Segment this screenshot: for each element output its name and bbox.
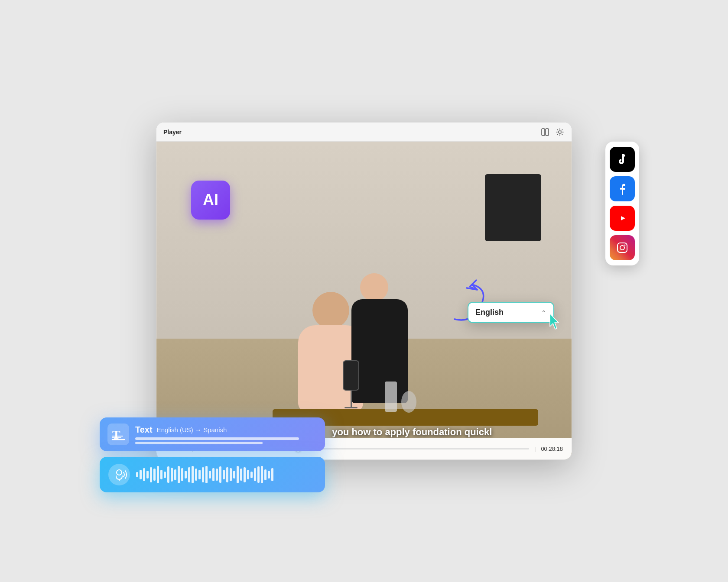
layout-icon[interactable] xyxy=(540,127,550,137)
wave-bar xyxy=(212,468,214,481)
voice-icon xyxy=(108,464,130,485)
wave-bar xyxy=(261,466,263,483)
time-total: 00:28:18 xyxy=(541,446,563,452)
wave-bar xyxy=(230,468,232,481)
text-card-content: Text English (US) → Spanish xyxy=(135,425,317,444)
window-title: Player xyxy=(163,129,182,136)
wave-bar xyxy=(160,470,162,479)
wave-bar xyxy=(223,470,225,479)
wave-bar xyxy=(216,469,218,481)
wave-bar xyxy=(136,472,138,477)
wave-bar xyxy=(181,468,183,481)
video-subtitle: you how to apply foundation quickl xyxy=(332,427,492,438)
time-separator-2: | xyxy=(534,446,536,452)
waveform xyxy=(136,466,316,483)
wave-bar xyxy=(240,469,242,481)
text-translation-card: T Text English (US) → Spanish xyxy=(100,417,325,451)
title-bar: Player xyxy=(156,123,572,142)
wave-bar xyxy=(153,469,156,481)
facebook-icon[interactable] xyxy=(610,176,635,201)
wave-bar xyxy=(237,466,239,483)
text-card-lines xyxy=(135,437,317,444)
wave-bar xyxy=(233,471,235,479)
ai-badge: AI xyxy=(191,181,230,220)
text-line-2 xyxy=(135,442,263,444)
wave-bar xyxy=(185,471,187,479)
svg-point-13 xyxy=(624,245,626,246)
wave-bar xyxy=(226,467,228,482)
wave-bar xyxy=(188,467,190,482)
wave-bar xyxy=(244,467,246,482)
wave-bar xyxy=(150,467,152,482)
wave-bar xyxy=(174,469,176,480)
cursor-pointer xyxy=(548,313,564,333)
wave-bar xyxy=(167,466,169,483)
chevron-up-icon: ⌃ xyxy=(541,309,546,316)
wave-bar xyxy=(140,470,142,479)
text-line-1 xyxy=(135,437,299,440)
svg-rect-0 xyxy=(542,129,545,136)
studio-light xyxy=(485,174,541,241)
settings-icon[interactable] xyxy=(555,127,565,137)
language-dropdown[interactable]: English ⌃ xyxy=(468,302,554,323)
svg-point-2 xyxy=(559,131,561,133)
wave-bar xyxy=(250,472,253,478)
dropdown-selected: English xyxy=(475,308,504,317)
svg-point-12 xyxy=(620,246,624,250)
wave-bar xyxy=(178,466,180,483)
video-area: AI you how to apply foundation quickl En… xyxy=(156,142,572,459)
text-card-title-label: Text xyxy=(135,425,153,435)
title-bar-icons xyxy=(540,127,565,137)
tiktok-icon[interactable] xyxy=(610,147,635,172)
wave-bar xyxy=(143,468,145,481)
wave-bar xyxy=(171,468,173,482)
wave-bar xyxy=(205,466,208,483)
wave-bar xyxy=(219,466,221,483)
phone-tripod xyxy=(339,360,363,408)
wave-bar xyxy=(157,466,159,483)
wave-bar xyxy=(254,468,256,481)
wave-bar xyxy=(264,469,266,480)
player-window: Player xyxy=(156,122,572,460)
wave-bar xyxy=(146,471,149,479)
wave-bar xyxy=(247,470,249,479)
instagram-icon[interactable] xyxy=(610,235,635,260)
wave-bar xyxy=(195,469,197,481)
wave-bar xyxy=(257,466,260,483)
voice-translation-card xyxy=(100,457,325,492)
wave-bar xyxy=(271,468,273,481)
product-jar xyxy=(401,391,416,413)
svg-rect-1 xyxy=(546,129,549,136)
scene-wrapper: Player xyxy=(126,64,602,518)
wave-bar xyxy=(209,471,211,479)
text-card-languages: English (US) → Spanish xyxy=(157,426,227,433)
svg-point-7 xyxy=(117,470,122,475)
social-media-panel xyxy=(605,142,639,265)
wave-bar xyxy=(192,466,194,483)
wave-bar xyxy=(164,472,166,478)
svg-rect-11 xyxy=(618,243,627,252)
product-bottle xyxy=(385,382,397,412)
ai-badge-label: AI xyxy=(203,191,218,209)
wave-bar xyxy=(268,471,270,479)
text-card-title-row: Text English (US) → Spanish xyxy=(135,425,317,435)
text-card-icon: T xyxy=(107,424,129,445)
wave-bar xyxy=(198,470,201,479)
youtube-icon[interactable] xyxy=(610,206,635,231)
wave-bar xyxy=(202,467,204,482)
